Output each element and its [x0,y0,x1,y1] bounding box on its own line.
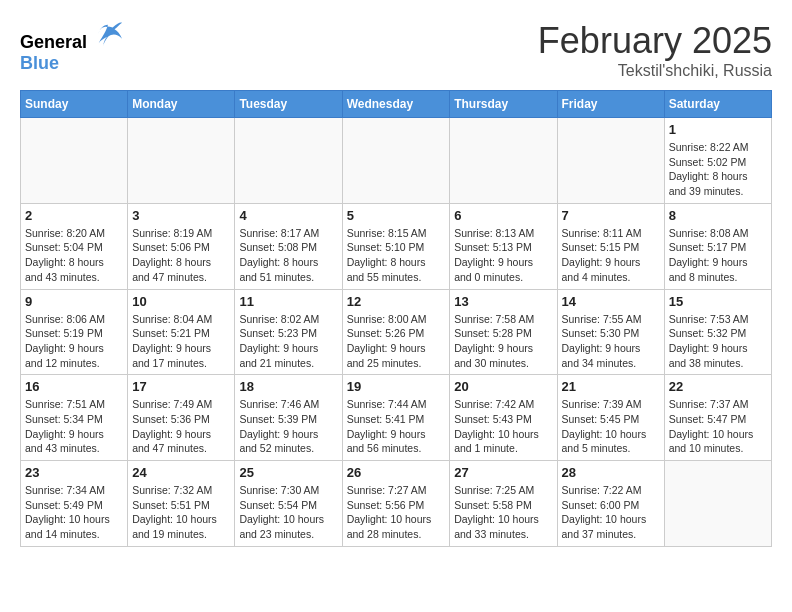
day-info: Sunrise: 8:04 AM Sunset: 5:21 PM Dayligh… [132,312,230,371]
day-number: 22 [669,379,767,394]
calendar-day-cell: 6Sunrise: 8:13 AM Sunset: 5:13 PM Daylig… [450,203,557,289]
calendar-day-cell: 20Sunrise: 7:42 AM Sunset: 5:43 PM Dayli… [450,375,557,461]
day-info: Sunrise: 7:53 AM Sunset: 5:32 PM Dayligh… [669,312,767,371]
day-info: Sunrise: 8:02 AM Sunset: 5:23 PM Dayligh… [239,312,337,371]
day-number: 4 [239,208,337,223]
day-info: Sunrise: 7:42 AM Sunset: 5:43 PM Dayligh… [454,397,552,456]
calendar-week-row: 2Sunrise: 8:20 AM Sunset: 5:04 PM Daylig… [21,203,772,289]
day-info: Sunrise: 7:39 AM Sunset: 5:45 PM Dayligh… [562,397,660,456]
day-number: 2 [25,208,123,223]
day-of-week-header: Thursday [450,91,557,118]
day-number: 16 [25,379,123,394]
day-info: Sunrise: 8:20 AM Sunset: 5:04 PM Dayligh… [25,226,123,285]
day-number: 10 [132,294,230,309]
calendar-day-cell [557,118,664,204]
title-block: February 2025 Tekstil'shchiki, Russia [538,20,772,80]
calendar-day-cell [21,118,128,204]
calendar-day-cell: 26Sunrise: 7:27 AM Sunset: 5:56 PM Dayli… [342,461,450,547]
day-number: 18 [239,379,337,394]
calendar-day-cell: 9Sunrise: 8:06 AM Sunset: 5:19 PM Daylig… [21,289,128,375]
day-info: Sunrise: 7:44 AM Sunset: 5:41 PM Dayligh… [347,397,446,456]
day-info: Sunrise: 7:51 AM Sunset: 5:34 PM Dayligh… [25,397,123,456]
day-number: 23 [25,465,123,480]
calendar-day-cell [342,118,450,204]
day-info: Sunrise: 7:25 AM Sunset: 5:58 PM Dayligh… [454,483,552,542]
day-number: 24 [132,465,230,480]
day-number: 5 [347,208,446,223]
day-number: 27 [454,465,552,480]
day-info: Sunrise: 8:15 AM Sunset: 5:10 PM Dayligh… [347,226,446,285]
day-of-week-header: Friday [557,91,664,118]
location: Tekstil'shchiki, Russia [538,62,772,80]
calendar-day-cell: 5Sunrise: 8:15 AM Sunset: 5:10 PM Daylig… [342,203,450,289]
day-number: 8 [669,208,767,223]
calendar-day-cell: 2Sunrise: 8:20 AM Sunset: 5:04 PM Daylig… [21,203,128,289]
day-info: Sunrise: 8:22 AM Sunset: 5:02 PM Dayligh… [669,140,767,199]
day-number: 14 [562,294,660,309]
calendar-table: SundayMondayTuesdayWednesdayThursdayFrid… [20,90,772,547]
calendar-day-cell: 1Sunrise: 8:22 AM Sunset: 5:02 PM Daylig… [664,118,771,204]
calendar-day-cell: 25Sunrise: 7:30 AM Sunset: 5:54 PM Dayli… [235,461,342,547]
calendar-day-cell [235,118,342,204]
calendar-day-cell: 19Sunrise: 7:44 AM Sunset: 5:41 PM Dayli… [342,375,450,461]
calendar-week-row: 16Sunrise: 7:51 AM Sunset: 5:34 PM Dayli… [21,375,772,461]
day-number: 25 [239,465,337,480]
day-info: Sunrise: 7:22 AM Sunset: 6:00 PM Dayligh… [562,483,660,542]
calendar-day-cell: 24Sunrise: 7:32 AM Sunset: 5:51 PM Dayli… [128,461,235,547]
calendar-day-cell: 22Sunrise: 7:37 AM Sunset: 5:47 PM Dayli… [664,375,771,461]
day-info: Sunrise: 8:17 AM Sunset: 5:08 PM Dayligh… [239,226,337,285]
day-info: Sunrise: 8:06 AM Sunset: 5:19 PM Dayligh… [25,312,123,371]
day-number: 9 [25,294,123,309]
calendar-day-cell: 17Sunrise: 7:49 AM Sunset: 5:36 PM Dayli… [128,375,235,461]
day-info: Sunrise: 8:19 AM Sunset: 5:06 PM Dayligh… [132,226,230,285]
day-info: Sunrise: 7:30 AM Sunset: 5:54 PM Dayligh… [239,483,337,542]
day-number: 11 [239,294,337,309]
calendar-week-row: 1Sunrise: 8:22 AM Sunset: 5:02 PM Daylig… [21,118,772,204]
day-of-week-header: Tuesday [235,91,342,118]
month-title: February 2025 [538,20,772,62]
day-number: 19 [347,379,446,394]
logo-text: General Blue [20,20,122,74]
calendar-day-cell: 15Sunrise: 7:53 AM Sunset: 5:32 PM Dayli… [664,289,771,375]
calendar-day-cell: 10Sunrise: 8:04 AM Sunset: 5:21 PM Dayli… [128,289,235,375]
day-info: Sunrise: 7:55 AM Sunset: 5:30 PM Dayligh… [562,312,660,371]
calendar-day-cell: 3Sunrise: 8:19 AM Sunset: 5:06 PM Daylig… [128,203,235,289]
day-info: Sunrise: 7:37 AM Sunset: 5:47 PM Dayligh… [669,397,767,456]
day-number: 13 [454,294,552,309]
day-info: Sunrise: 7:27 AM Sunset: 5:56 PM Dayligh… [347,483,446,542]
logo-bird-icon [94,20,122,48]
day-info: Sunrise: 7:34 AM Sunset: 5:49 PM Dayligh… [25,483,123,542]
day-of-week-header: Sunday [21,91,128,118]
logo: General Blue [20,20,122,74]
day-number: 26 [347,465,446,480]
day-info: Sunrise: 7:58 AM Sunset: 5:28 PM Dayligh… [454,312,552,371]
logo-blue-label: Blue [20,53,122,74]
calendar-day-cell: 16Sunrise: 7:51 AM Sunset: 5:34 PM Dayli… [21,375,128,461]
day-number: 28 [562,465,660,480]
calendar-day-cell: 27Sunrise: 7:25 AM Sunset: 5:58 PM Dayli… [450,461,557,547]
day-info: Sunrise: 7:32 AM Sunset: 5:51 PM Dayligh… [132,483,230,542]
calendar-day-cell: 12Sunrise: 8:00 AM Sunset: 5:26 PM Dayli… [342,289,450,375]
day-number: 17 [132,379,230,394]
day-info: Sunrise: 8:08 AM Sunset: 5:17 PM Dayligh… [669,226,767,285]
calendar-day-cell: 4Sunrise: 8:17 AM Sunset: 5:08 PM Daylig… [235,203,342,289]
calendar-day-cell: 7Sunrise: 8:11 AM Sunset: 5:15 PM Daylig… [557,203,664,289]
logo-general: General [20,20,122,53]
calendar-day-cell [128,118,235,204]
calendar-day-cell [450,118,557,204]
calendar-day-cell: 18Sunrise: 7:46 AM Sunset: 5:39 PM Dayli… [235,375,342,461]
page-header: General Blue February 2025 Tekstil'shchi… [20,20,772,80]
day-info: Sunrise: 8:13 AM Sunset: 5:13 PM Dayligh… [454,226,552,285]
calendar-header-row: SundayMondayTuesdayWednesdayThursdayFrid… [21,91,772,118]
day-number: 21 [562,379,660,394]
day-info: Sunrise: 7:49 AM Sunset: 5:36 PM Dayligh… [132,397,230,456]
day-of-week-header: Monday [128,91,235,118]
day-number: 20 [454,379,552,394]
calendar-week-row: 9Sunrise: 8:06 AM Sunset: 5:19 PM Daylig… [21,289,772,375]
calendar-day-cell: 8Sunrise: 8:08 AM Sunset: 5:17 PM Daylig… [664,203,771,289]
day-number: 1 [669,122,767,137]
calendar-day-cell: 14Sunrise: 7:55 AM Sunset: 5:30 PM Dayli… [557,289,664,375]
logo-general-label: General [20,32,87,52]
day-number: 3 [132,208,230,223]
day-info: Sunrise: 8:00 AM Sunset: 5:26 PM Dayligh… [347,312,446,371]
